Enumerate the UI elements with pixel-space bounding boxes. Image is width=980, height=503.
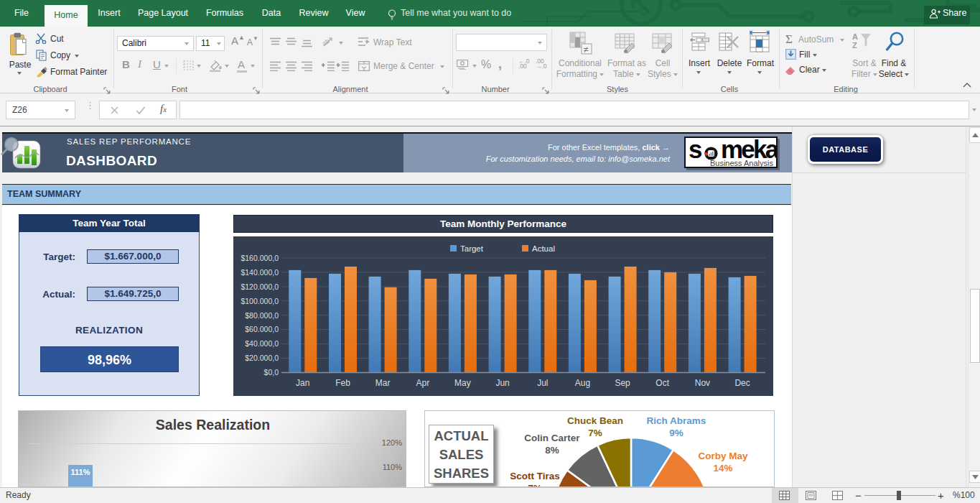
svg-text:$40.000,0: $40.000,0 (245, 339, 279, 348)
svg-text:Oct: Oct (655, 378, 669, 388)
svg-text:Jan: Jan (296, 378, 309, 388)
svg-text:Dec: Dec (734, 378, 750, 388)
svg-text:Jun: Jun (495, 378, 509, 388)
svg-text:$120.000,0: $120.000,0 (241, 282, 279, 291)
svg-text:Scott Tiras: Scott Tiras (510, 471, 560, 481)
svg-text:14%: 14% (713, 463, 732, 474)
svg-text:ab: ab (322, 37, 331, 47)
svg-text:Sep: Sep (615, 378, 630, 388)
svg-text:$140.000,0: $140.000,0 (241, 268, 279, 277)
svg-text:Feb: Feb (335, 378, 350, 388)
svg-text:Actual: Actual (532, 244, 555, 253)
svg-text:9%: 9% (669, 428, 683, 438)
svg-text:8%: 8% (545, 445, 559, 456)
svg-text:Nov: Nov (695, 378, 710, 388)
svg-text:Target: Target (460, 244, 484, 253)
svg-text:$100.000,0: $100.000,0 (241, 297, 279, 305)
svg-text:Rich Abrams: Rich Abrams (647, 415, 706, 426)
svg-text:Chuck Bean: Chuck Bean (567, 415, 623, 426)
svg-text:≠: ≠ (584, 45, 589, 55)
svg-text:Z: Z (852, 41, 857, 50)
svg-text:May: May (454, 378, 471, 388)
svg-text:Corby May: Corby May (698, 451, 748, 461)
svg-text:$0,0: $0,0 (264, 368, 279, 377)
svg-text:$80.000,0: $80.000,0 (245, 311, 279, 320)
svg-text:$20.000,0: $20.000,0 (245, 354, 279, 362)
svg-text:$60.000,0: $60.000,0 (245, 325, 279, 333)
svg-text:$160.000,0: $160.000,0 (241, 254, 279, 262)
svg-text:A: A (852, 32, 858, 41)
svg-text:7%: 7% (588, 428, 602, 438)
svg-text:Aug: Aug (575, 378, 590, 388)
svg-text:Colin Carter: Colin Carter (524, 433, 580, 443)
svg-text:Mar: Mar (375, 378, 391, 388)
svg-text:Apr: Apr (416, 378, 429, 388)
svg-text:Jul: Jul (537, 378, 548, 388)
